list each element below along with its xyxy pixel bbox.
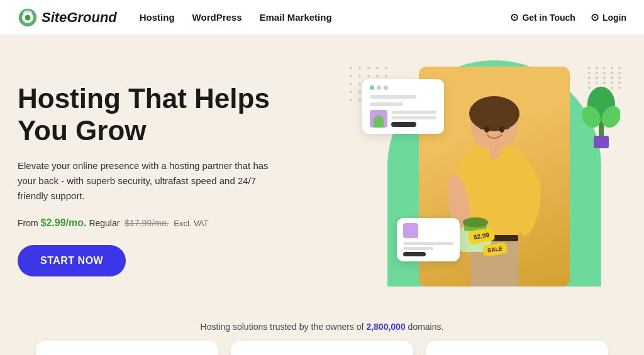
- svg-point-16: [484, 126, 489, 133]
- hero-subtitle: Elevate your online presence with a host…: [18, 158, 282, 204]
- svg-point-2: [25, 14, 31, 20]
- get-in-touch-button[interactable]: ⊙ Get in Touch: [510, 11, 575, 23]
- feature-cards-row: W Woo: [0, 341, 644, 355]
- nav-right: ⊙ Get in Touch ⊙ Login: [510, 11, 626, 23]
- login-button[interactable]: ⊙ Login: [591, 11, 626, 23]
- help-icon: ⊙: [510, 11, 518, 23]
- user-icon: ⊙: [591, 11, 599, 23]
- svg-rect-6: [479, 104, 484, 129]
- price-amount: $2.99/mo.: [41, 217, 87, 228]
- svg-rect-7: [504, 104, 509, 129]
- start-now-button[interactable]: START NOW: [18, 245, 126, 276]
- woocommerce-card: Woo: [426, 341, 608, 355]
- nav-wordpress[interactable]: WordPress: [192, 12, 242, 23]
- ui-card-product-2: [397, 218, 460, 261]
- hosting-card: [36, 341, 218, 355]
- nav-hosting[interactable]: Hosting: [140, 12, 175, 23]
- nav-links: Hosting WordPress Email Marketing: [140, 12, 511, 23]
- svg-point-15: [463, 217, 488, 227]
- hero-title: Hosting That Helps You Grow: [18, 83, 319, 146]
- hero-visual: $2.99 SALE: [319, 60, 626, 299]
- ui-card-product-1: [362, 79, 444, 134]
- logo-icon: [18, 8, 38, 28]
- svg-point-5: [469, 96, 519, 131]
- plant-decoration: [582, 73, 620, 151]
- wordpress-card: W: [231, 341, 413, 355]
- trusted-count: 2,800,000: [366, 322, 405, 332]
- hero-section: Hosting That Helps You Grow Elevate your…: [0, 35, 644, 312]
- mini-plant-pot-1: [370, 110, 387, 128]
- svg-rect-22: [594, 136, 609, 148]
- logo[interactable]: SiteGround: [18, 8, 117, 28]
- nav-email-marketing[interactable]: Email Marketing: [260, 12, 332, 23]
- price-excl: Excl. VAT: [174, 219, 208, 228]
- svg-rect-8: [489, 147, 499, 158]
- price-regular: $17.99/mo.: [125, 218, 169, 228]
- mini-plant-pot-2: [403, 223, 418, 238]
- logo-text: SiteGround: [42, 9, 117, 26]
- hero-price: From $2.99/mo. Regular $17.99/mo. Excl. …: [18, 217, 319, 229]
- trusted-bar: Hosting solutions trusted by the owners …: [0, 312, 644, 341]
- hero-content: Hosting That Helps You Grow Elevate your…: [18, 83, 319, 276]
- svg-point-17: [499, 126, 504, 133]
- navbar: SiteGround Hosting WordPress Email Marke…: [0, 0, 644, 35]
